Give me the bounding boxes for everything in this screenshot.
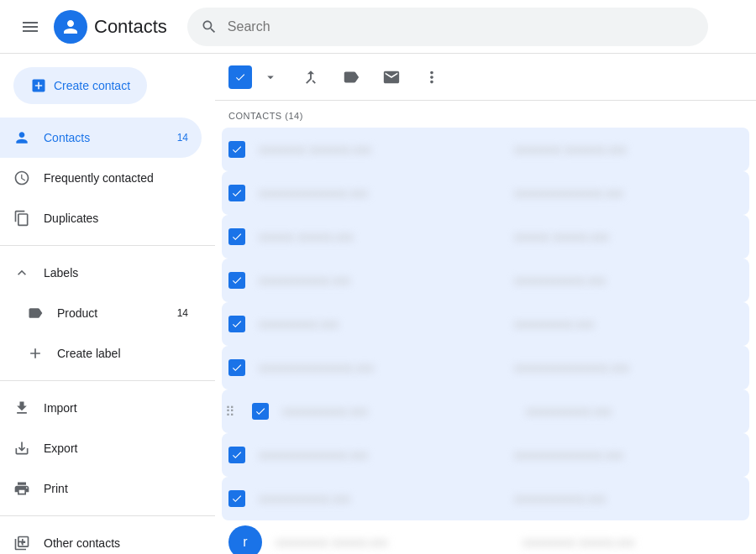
label-button[interactable] <box>334 60 368 94</box>
contact-email: xxxxxxxxx xxxxxx.xxx <box>522 536 743 549</box>
contact-email: xxxxxxxx xxxxxxx.xxx <box>514 143 743 156</box>
contact-name: xxxxxxxxxxxxxxx.xxx <box>259 448 487 462</box>
sidebar-item-product[interactable]: Product 14 <box>0 293 202 333</box>
add-label-icon <box>27 345 44 362</box>
select-all-checkbox[interactable] <box>228 65 252 89</box>
sidebar-item-contacts[interactable]: Contacts 14 <box>0 118 202 158</box>
sidebar-item-frequently-contacted[interactable]: Frequently contacted <box>0 158 202 198</box>
contacts-count-header: CONTACTS (14) <box>215 101 756 128</box>
contact-email: xxxxxxxxxx.xxx <box>514 317 743 331</box>
expand-icon <box>13 264 30 281</box>
table-row[interactable]: xxxxxxxx xxxxxxx.xxx xxxxxxxx xxxxxxx.xx… <box>222 128 749 171</box>
contact-list: xxxxxxxx xxxxxxx.xxx xxxxxxxx xxxxxxx.xx… <box>215 128 756 554</box>
other-contacts-icon <box>13 535 30 551</box>
row-checkbox-7[interactable] <box>252 403 269 420</box>
contact-name: xxxxxxxxxxxxxxx.xxx <box>259 186 487 200</box>
create-contact-button[interactable]: Create contact <box>13 67 147 104</box>
row-checkbox-4[interactable] <box>228 272 245 289</box>
sidebar-item-duplicates[interactable]: Duplicates <box>0 198 202 238</box>
topbar: Contacts <box>0 0 756 54</box>
contact-email: xxxxxx xxxxxx.xxx <box>514 230 743 243</box>
contact-email: xxxxxxxxxxxx.xxx <box>514 492 743 505</box>
sidebar-item-export[interactable]: Export <box>0 428 202 468</box>
main-layout: Create contact Contacts 14 Frequently co… <box>0 54 756 554</box>
sidebar-item-print[interactable]: Print <box>0 468 202 509</box>
contact-avatar-r: r <box>228 525 262 554</box>
row-checkbox-6[interactable] <box>228 359 245 376</box>
table-row[interactable]: xxxxxx xxxxxx.xxx xxxxxx xxxxxx.xxx <box>222 215 749 259</box>
merge-button[interactable] <box>294 60 328 94</box>
content-area: CONTACTS (14) xxxxxxxx xxxxxxx.xxx xxxxx… <box>215 54 756 554</box>
export-icon <box>13 440 30 457</box>
contact-name: xxxxxx xxxxxx.xxx <box>259 230 487 243</box>
row-checkbox-1[interactable] <box>228 141 245 158</box>
import-icon <box>13 400 30 416</box>
table-row[interactable]: xxxxxxxxxxxx.xxx xxxxxxxxxxxx.xxx <box>222 477 749 520</box>
sidebar: Create contact Contacts 14 Frequently co… <box>0 54 215 554</box>
contact-name: xxxxxxxxxxx.xxx <box>282 405 499 418</box>
contact-name: xxxxxxxxxxxx.xxx <box>259 274 487 287</box>
plus-icon <box>30 77 47 94</box>
sidebar-labels-header[interactable]: Labels <box>0 253 202 293</box>
more-button[interactable] <box>415 60 449 94</box>
divider-3 <box>0 515 215 516</box>
row-checkbox-8[interactable] <box>228 447 245 463</box>
search-input[interactable] <box>228 19 695 34</box>
table-row[interactable]: xxxxxxxxxxxx.xxx xxxxxxxxxxxx.xxx <box>222 259 749 302</box>
sidebar-item-other-contacts[interactable]: Other contacts <box>0 523 202 554</box>
table-row[interactable]: xxxxxxxxxxxxxxx.xxx xxxxxxxxxxxxxxx.xxx <box>222 433 749 477</box>
drag-handle[interactable]: ⠿ <box>222 404 239 420</box>
search-bar <box>187 8 708 46</box>
content-toolbar <box>215 54 756 101</box>
table-row[interactable]: r xxxxxxxxx xxxxxx.xxx xxxxxxxxx xxxxxx.… <box>222 520 749 554</box>
print-icon <box>13 480 30 497</box>
menu-button[interactable] <box>13 10 47 44</box>
contact-name: xxxxxxxxx xxxxxx.xxx <box>276 536 496 549</box>
row-checkbox-2[interactable] <box>228 185 245 201</box>
person-icon <box>13 129 30 146</box>
sidebar-create-label[interactable]: Create label <box>0 333 202 374</box>
contact-email: xxxxxxxxxxxxxxx.xxx <box>514 186 743 200</box>
email-button[interactable] <box>375 60 408 94</box>
contact-name: xxxxxxxxxxxx.xxx <box>259 492 487 505</box>
clock-icon <box>13 170 30 186</box>
contact-email: xxxxxxxxxxx.xxx <box>526 405 743 418</box>
select-dropdown-button[interactable] <box>254 60 287 94</box>
row-checkbox-9[interactable] <box>228 490 245 507</box>
divider-1 <box>0 245 215 246</box>
app-title: Contacts <box>94 16 167 38</box>
sidebar-item-import[interactable]: Import <box>0 388 202 428</box>
contact-email: xxxxxxxxxxxxxxx.xxx <box>514 448 743 462</box>
contact-name: xxxxxxxxxx.xxx <box>259 317 487 331</box>
label-icon <box>27 305 44 321</box>
checkmark-icon <box>234 71 246 83</box>
duplicate-icon <box>13 210 30 227</box>
search-icon <box>201 18 218 35</box>
divider-2 <box>0 380 215 381</box>
app-icon <box>54 10 87 44</box>
table-row[interactable]: xxxxxxxxxxxxxxxx.xxx xxxxxxxxxxxxxxxx.xx… <box>222 346 749 389</box>
row-checkbox-3[interactable] <box>228 228 245 245</box>
table-row[interactable]: xxxxxxxxxxxxxxx.xxx xxxxxxxxxxxxxxx.xxx <box>222 171 749 215</box>
contact-email: xxxxxxxxxxxxxxxx.xxx <box>514 361 743 374</box>
table-row[interactable]: xxxxxxxxxx.xxx xxxxxxxxxx.xxx <box>222 302 749 346</box>
row-checkbox-5[interactable] <box>228 316 245 332</box>
contact-name: xxxxxxxx xxxxxxx.xxx <box>259 143 487 156</box>
contact-name: xxxxxxxxxxxxxxxx.xxx <box>259 361 487 374</box>
table-row[interactable]: ⠿ xxxxxxxxxxx.xxx xxxxxxxxxxx.xxx <box>222 389 749 433</box>
contact-email: xxxxxxxxxxxx.xxx <box>514 274 743 287</box>
